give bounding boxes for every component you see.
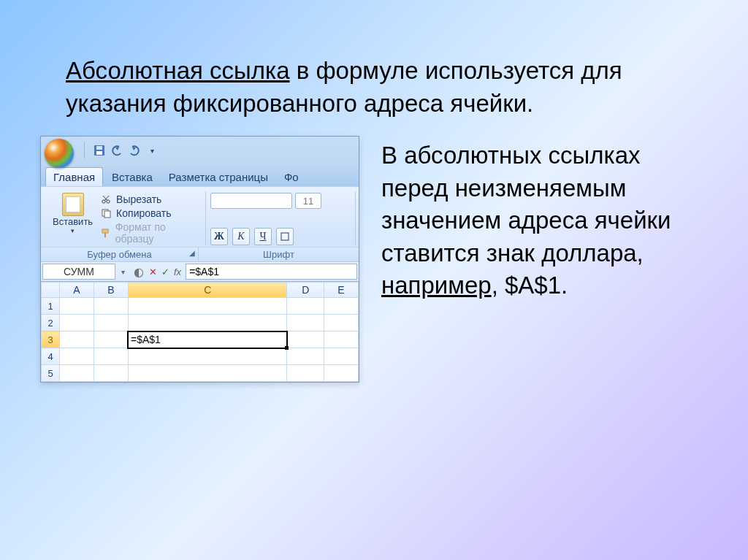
qat-icons: ▾ <box>81 142 158 158</box>
qat-customize-icon[interactable]: ▾ <box>146 145 158 156</box>
paste-label: Вставить <box>53 216 93 227</box>
slide: Абсолютная ссылка в формуле используется… <box>0 0 748 560</box>
example-word: например <box>381 272 492 299</box>
copy-icon <box>100 207 112 219</box>
cell-C4[interactable] <box>128 348 286 365</box>
border-button[interactable] <box>276 228 294 245</box>
excel-screenshot: ▾ Главная Вставка Разметка страницы Фо В… <box>40 136 359 383</box>
cell-A4[interactable] <box>60 348 94 365</box>
expand-icon[interactable]: ◐ <box>133 266 145 277</box>
cell-D5[interactable] <box>287 365 324 382</box>
enter-formula-icon[interactable]: ✓ <box>161 266 169 277</box>
cut-label: Вырезать <box>116 193 161 205</box>
copy-label: Копировать <box>116 207 171 219</box>
format-painter-button[interactable]: Формат по образцу <box>100 220 199 245</box>
cell-B2[interactable] <box>94 315 128 331</box>
italic-button[interactable]: К <box>232 228 250 245</box>
cell-B1[interactable] <box>94 298 128 315</box>
cell-D3[interactable] <box>287 331 324 348</box>
format-painter-label: Формат по образцу <box>115 221 199 245</box>
cell-C3-active[interactable]: =$A$1 <box>128 331 286 348</box>
tab-insert[interactable]: Вставка <box>104 168 160 186</box>
row-header-4[interactable]: 4 <box>42 348 60 365</box>
svg-rect-9 <box>281 233 289 240</box>
tab-formulas[interactable]: Фо <box>277 168 306 186</box>
lower-row: ▾ Главная Вставка Разметка страницы Фо В… <box>40 136 708 383</box>
cell-D2[interactable] <box>287 315 324 331</box>
cut-button[interactable]: Вырезать <box>100 193 199 206</box>
underline-label: Ч <box>259 231 266 242</box>
cell-E2[interactable] <box>324 315 358 331</box>
formula-text: =$A$1 <box>189 266 219 277</box>
cell-C5[interactable] <box>128 365 286 382</box>
italic-label: К <box>237 231 244 242</box>
cell-E4[interactable] <box>324 348 358 365</box>
font-size-value: 11 <box>303 196 313 207</box>
row-header-3[interactable]: 3 <box>42 331 60 348</box>
font-size-combo[interactable]: 11 <box>295 193 321 209</box>
col-header-B[interactable]: B <box>94 283 128 298</box>
bold-button[interactable]: Ж <box>210 228 228 245</box>
svg-rect-7 <box>102 229 108 233</box>
name-box[interactable]: СУММ <box>42 264 115 280</box>
select-all-corner[interactable] <box>42 283 60 298</box>
cell-B5[interactable] <box>94 365 128 382</box>
save-icon[interactable] <box>94 145 105 156</box>
group-font: 11 Ж К Ч <box>206 191 356 245</box>
tab-page-layout[interactable]: Разметка страницы <box>161 168 275 186</box>
fx-icon[interactable]: fx <box>174 266 181 277</box>
group-clipboard: Вставить ▾ Вырезать <box>44 191 206 245</box>
bold-label: Ж <box>214 231 224 242</box>
cell-A5[interactable] <box>60 365 94 382</box>
tab-home[interactable]: Главная <box>45 167 103 186</box>
col-header-A[interactable]: A <box>60 283 94 298</box>
formula-bar: СУММ ▾ ◐ ✕ ✓ fx =$A$1 <box>41 261 359 281</box>
cell-D1[interactable] <box>287 298 324 315</box>
office-button[interactable] <box>45 139 74 168</box>
font-label-text: Шрифт <box>263 249 294 260</box>
copy-button[interactable]: Копировать <box>100 207 199 220</box>
svg-rect-8 <box>104 233 106 237</box>
qat-separator <box>84 142 85 158</box>
row-header-2[interactable]: 2 <box>42 315 60 331</box>
cell-B4[interactable] <box>94 348 128 365</box>
ribbon: Вставить ▾ Вырезать <box>41 186 359 247</box>
cell-D4[interactable] <box>287 348 324 365</box>
right-part2: , $A$1. <box>492 272 568 299</box>
scissors-icon <box>100 193 112 205</box>
right-part1: В абсолютных ссылках перед неизменяемым … <box>381 142 671 266</box>
brush-icon <box>100 227 111 239</box>
formula-controls: ◐ ✕ ✓ fx <box>130 262 184 281</box>
undo-icon[interactable] <box>111 145 123 156</box>
row-header-1[interactable]: 1 <box>42 298 60 315</box>
cell-A3[interactable] <box>60 331 94 348</box>
cell-A2[interactable] <box>60 315 94 331</box>
cell-E1[interactable] <box>324 298 358 315</box>
cell-B3[interactable] <box>94 331 128 348</box>
redo-icon[interactable] <box>129 145 140 156</box>
svg-rect-6 <box>104 211 110 218</box>
cell-E5[interactable] <box>324 365 358 382</box>
cancel-formula-icon[interactable]: ✕ <box>149 266 157 277</box>
dialog-launcher-icon[interactable]: ◢ <box>189 249 195 257</box>
svg-rect-1 <box>96 146 102 150</box>
col-header-D[interactable]: D <box>287 283 324 298</box>
font-name-combo[interactable] <box>210 193 292 209</box>
font-group-label: Шрифт <box>199 248 359 261</box>
ribbon-tabs: Главная Вставка Разметка страницы Фо <box>41 164 359 186</box>
cell-E3[interactable] <box>324 331 358 348</box>
formula-input[interactable]: =$A$1 <box>186 264 357 280</box>
col-header-E[interactable]: E <box>324 283 358 298</box>
clipboard-small-buttons: Вырезать Копировать Формат <box>100 193 199 245</box>
row-header-5[interactable]: 5 <box>42 365 60 382</box>
col-header-C[interactable]: C <box>128 283 286 298</box>
paste-button[interactable]: Вставить ▾ <box>48 193 97 245</box>
name-box-dropdown-icon[interactable]: ▾ <box>117 264 129 280</box>
spreadsheet-grid[interactable]: A B C D E 1 2 3 <box>41 281 359 382</box>
cell-C2[interactable] <box>128 315 286 331</box>
underline-button[interactable]: Ч <box>254 228 272 245</box>
quick-access-toolbar: ▾ <box>41 137 359 164</box>
font-selectors: 11 <box>210 193 349 209</box>
cell-A1[interactable] <box>60 298 94 315</box>
cell-C1[interactable] <box>128 298 286 315</box>
